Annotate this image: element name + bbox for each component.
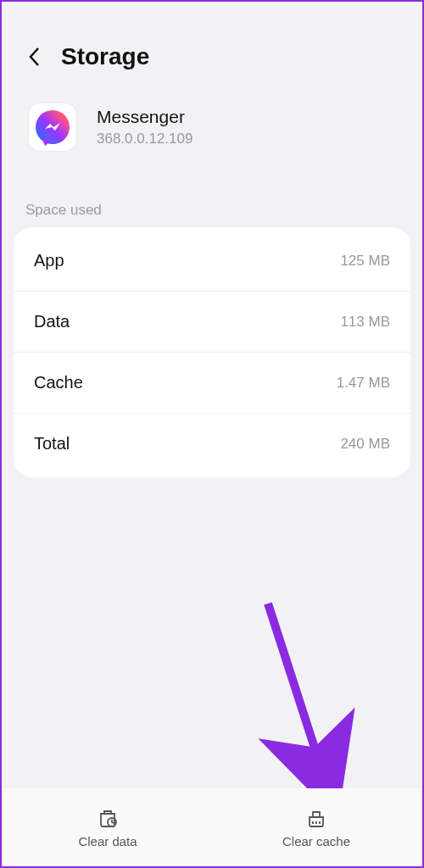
clear-cache-button[interactable]: Clear cache xyxy=(212,788,421,866)
trash-clock-icon xyxy=(97,807,119,829)
annotation-arrow xyxy=(256,595,358,798)
row-total: Total 240 MB xyxy=(14,414,410,474)
app-version: 368.0.0.12.109 xyxy=(97,131,192,147)
storage-screen: Storage Messenger 368.0.0.12.109 Space u… xyxy=(0,0,424,868)
row-label: App xyxy=(34,251,64,270)
clear-cache-label: Clear cache xyxy=(282,834,350,849)
back-button[interactable] xyxy=(20,42,49,71)
app-info: Messenger 368.0.0.12.109 xyxy=(97,107,192,147)
row-value: 1.47 MB xyxy=(337,375,390,392)
app-info-row: Messenger 368.0.0.12.109 xyxy=(2,86,422,175)
row-value: 125 MB xyxy=(340,253,390,270)
app-name: Messenger xyxy=(97,107,192,127)
bottom-bar: Clear data Clear cache xyxy=(3,788,421,866)
row-value: 240 MB xyxy=(340,436,390,453)
row-data: Data 113 MB xyxy=(14,292,410,353)
brush-icon xyxy=(305,807,327,829)
clear-data-label: Clear data xyxy=(78,834,137,849)
row-label: Data xyxy=(34,312,70,331)
section-label: Space used xyxy=(2,175,422,227)
space-used-card: App 125 MB Data 113 MB Cache 1.47 MB Tot… xyxy=(14,227,410,477)
page-title: Storage xyxy=(61,43,149,70)
row-cache: Cache 1.47 MB xyxy=(14,353,410,414)
messenger-bolt-icon xyxy=(43,122,62,132)
row-app: App 125 MB xyxy=(14,231,410,292)
messenger-icon xyxy=(29,103,76,151)
header: Storage xyxy=(2,32,422,86)
row-label: Total xyxy=(34,434,70,453)
clear-data-button[interactable]: Clear data xyxy=(3,788,212,866)
svg-line-0 xyxy=(268,604,322,771)
row-label: Cache xyxy=(34,373,83,392)
chevron-left-icon xyxy=(27,46,42,68)
row-value: 113 MB xyxy=(340,314,390,331)
